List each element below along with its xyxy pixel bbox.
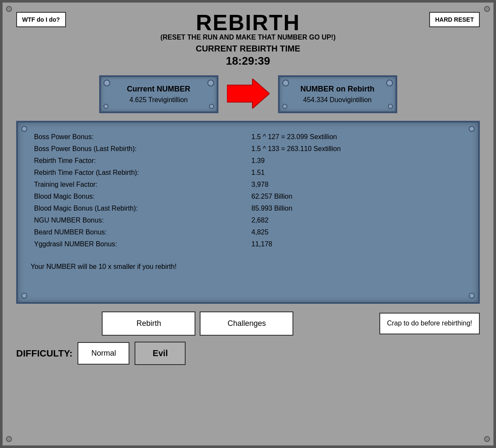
- crap-before-rebirth-button[interactable]: Crap to do before rebirthing!: [379, 313, 480, 334]
- number-display-row: Current NUMBER 4.625 Trevigintillion NUM…: [8, 75, 488, 113]
- stat-value: 1.39: [248, 155, 466, 167]
- wtf-button[interactable]: WTF do I do?: [16, 12, 66, 27]
- panel-screw-br: [469, 293, 475, 299]
- stat-value: 11,178: [248, 238, 466, 250]
- stats-row: Yggdrasil NUMBER Bonus:11,178: [31, 238, 465, 250]
- arrow-container: [227, 79, 270, 110]
- corner-screw-br: [484, 436, 490, 442]
- screw-br: [388, 104, 393, 109]
- rebirth-time-value: 18:29:39: [161, 54, 336, 68]
- difficulty-label: DIFFICULTY:: [16, 348, 72, 359]
- rebirth-number-box: NUMBER on Rebirth 454.334 Duovigintillio…: [278, 75, 397, 113]
- current-number-box: Current NUMBER 4.625 Trevigintillion: [99, 75, 218, 113]
- hard-reset-button[interactable]: HARD RESET: [429, 12, 480, 27]
- panel-screw-tr: [469, 126, 475, 132]
- stat-label: Rebirth Time Factor:: [31, 155, 248, 167]
- title-area: REBIRTH (RESET THE RUN AND MAKE THAT NUM…: [161, 10, 336, 68]
- stat-value: 85.993 Billion: [248, 203, 466, 214]
- stat-label: NGU NUMBER Bonus:: [31, 214, 248, 226]
- stats-table: Boss Power Bonus:1.5 ^ 127 = 23.099 Sext…: [31, 131, 465, 250]
- current-number-value: 4.625 Trevigintillion: [114, 96, 204, 104]
- panel-screw-bl: [21, 293, 27, 299]
- screw-bl: [282, 104, 287, 109]
- stat-label: Boss Power Bonus (Last Rebirth):: [31, 143, 248, 155]
- stat-value: 1.51: [248, 167, 466, 179]
- stat-value: 3,978: [248, 179, 466, 191]
- difficulty-row: DIFFICULTY: Normal Evil: [16, 342, 480, 365]
- main-container: WTF do I do? REBIRTH (RESET THE RUN AND …: [0, 0, 496, 448]
- difficulty-evil-button[interactable]: Evil: [135, 342, 186, 365]
- stats-row: Training level Factor:3,978: [31, 179, 465, 191]
- action-buttons: Rebirth Challenges: [16, 311, 379, 336]
- stat-label: Blood Magic Bonus:: [31, 191, 248, 203]
- stat-value: 62.257 Billion: [248, 191, 466, 203]
- difficulty-normal-button[interactable]: Normal: [77, 342, 129, 365]
- header: WTF do I do? REBIRTH (RESET THE RUN AND …: [8, 8, 488, 68]
- stat-label: Blood Magic Bonus (Last Rebirth):: [31, 203, 248, 214]
- corner-screw-bl: [6, 436, 12, 442]
- stats-row: Boss Power Bonus (Last Rebirth):1.5 ^ 13…: [31, 143, 465, 155]
- page-subtitle: (RESET THE RUN AND MAKE THAT NUMBER GO U…: [161, 34, 336, 41]
- stat-value: 1.5 ^ 127 = 23.099 Sextillion: [248, 131, 466, 143]
- stats-row: Rebirth Time Factor:1.39: [31, 155, 465, 167]
- stats-row: Rebirth Time Factor (Last Rebirth):1.51: [31, 167, 465, 179]
- stat-label: Rebirth Time Factor (Last Rebirth):: [31, 167, 248, 179]
- stats-panel: Boss Power Bonus:1.5 ^ 127 = 23.099 Sext…: [16, 121, 480, 304]
- right-arrow-icon: [227, 79, 270, 108]
- stat-label: Training level Factor:: [31, 179, 248, 191]
- rebirth-number-title: NUMBER on Rebirth: [292, 85, 383, 94]
- svg-marker-0: [227, 79, 270, 108]
- challenges-button[interactable]: Challenges: [200, 311, 293, 336]
- stat-label: Yggdrasil NUMBER Bonus:: [31, 238, 248, 250]
- stat-value: 1.5 ^ 133 = 263.110 Sextillion: [248, 143, 466, 155]
- stats-row: Blood Magic Bonus:62.257 Billion: [31, 191, 465, 203]
- rebirth-button[interactable]: Rebirth: [102, 311, 195, 336]
- stats-row: Blood Magic Bonus (Last Rebirth):85.993 …: [31, 203, 465, 214]
- bottom-area: Rebirth Challenges Crap to do before reb…: [16, 311, 480, 336]
- current-number-title: Current NUMBER: [114, 85, 204, 94]
- panel-screw-tl: [21, 126, 27, 132]
- stat-label: Beard NUMBER Bonus:: [31, 226, 248, 238]
- stat-value: 2,682: [248, 214, 466, 226]
- rebirth-time-label: CURRENT REBIRTH TIME: [161, 44, 336, 54]
- stats-row: Boss Power Bonus:1.5 ^ 127 = 23.099 Sext…: [31, 131, 465, 143]
- stats-row: Beard NUMBER Bonus:4,825: [31, 226, 465, 238]
- warning-text: Your NUMBER will be 10 x smaller if you …: [31, 263, 465, 271]
- stat-value: 4,825: [248, 226, 466, 238]
- rebirth-number-value: 454.334 Duovigintillion: [292, 96, 383, 104]
- page-title: REBIRTH: [161, 10, 336, 35]
- screw-bl: [103, 104, 109, 109]
- screw-br: [209, 104, 214, 109]
- stats-row: NGU NUMBER Bonus:2,682: [31, 214, 465, 226]
- stat-label: Boss Power Bonus:: [31, 131, 248, 143]
